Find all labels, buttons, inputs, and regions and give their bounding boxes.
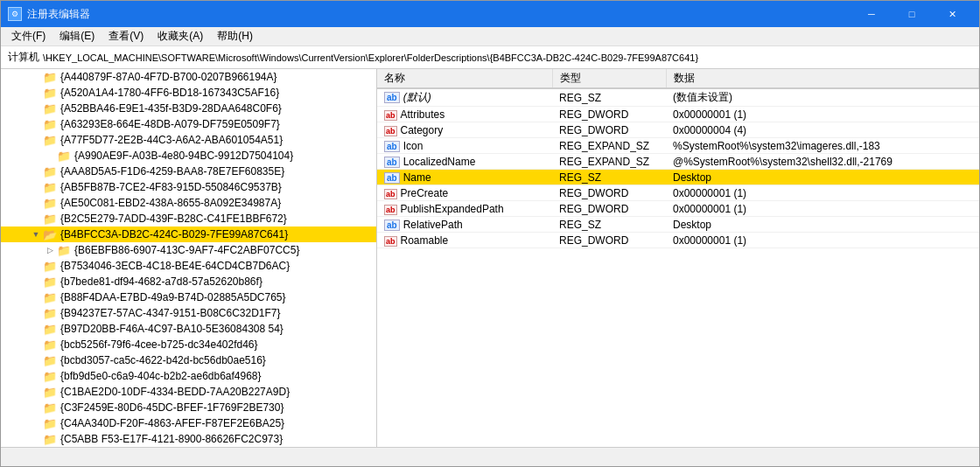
expand-btn-item8[interactable] [29, 180, 43, 194]
expand-btn-item4[interactable] [29, 117, 43, 131]
close-button[interactable]: ✕ [932, 1, 972, 27]
tree-item-label-item7: {AAA8D5A5-F1D6-4259-BAA8-78E7EF60835E} [60, 165, 284, 178]
menu-file[interactable]: 文件(F) [4, 27, 52, 45]
expand-btn-item13[interactable] [29, 259, 43, 273]
col-data[interactable]: 数据 [666, 69, 979, 88]
expand-btn-item12[interactable]: ▷ [43, 243, 57, 257]
tree-item-label-item6: {A990AE9F-A03B-4e80-94BC-9912D7504104} [74, 150, 293, 162]
tree-item-item9[interactable]: 📁{AE50C081-EBD2-438A-8655-8A092E34987A} [1, 195, 376, 211]
tree-item-label-item2: {A520A1A4-1780-4FF6-BD18-167343C5AF16} [60, 87, 279, 99]
reg-row-0[interactable]: ab(默认)REG_SZ(数值未设置) [377, 88, 979, 107]
tree-item-item3[interactable]: 📁{A52BBA46-E9E1-435f-B3D9-28DAA648C0F6} [1, 101, 376, 116]
folder-icon-item1: 📁 [43, 71, 57, 84]
maximize-button[interactable]: □ [892, 1, 932, 27]
tree-item-item22[interactable]: 📁{C3F2459E-80D6-45DC-BFEF-1F769F2BE730} [1, 400, 376, 415]
reg-data-9: 0x00000001 (1) [666, 233, 979, 248]
expand-btn-item1[interactable] [29, 70, 43, 84]
tree-item-item20[interactable]: 📁{bfb9d5e0-c6a9-404c-b2b2-ae6db6af4968} [1, 368, 376, 384]
reg-name-6: abPreCreate [377, 185, 552, 201]
col-name[interactable]: 名称 [377, 69, 552, 88]
expand-btn-item22[interactable] [29, 401, 43, 415]
tree-item-label-item19: {bcbd3057-ca5c-4622-b42d-bc56db0ae516} [60, 354, 266, 366]
reg-name-0: ab(默认) [377, 88, 552, 107]
menu-edit[interactable]: 编辑(E) [52, 27, 102, 45]
reg-data-8: Desktop [666, 217, 979, 233]
tree-item-item2[interactable]: 📁{A520A1A4-1780-4FF6-BD18-167343C5AF16} [1, 85, 376, 101]
expand-btn-item18[interactable] [29, 338, 43, 352]
expand-btn-item14[interactable] [29, 275, 43, 289]
reg-row-5[interactable]: abNameREG_SZDesktop [377, 170, 979, 185]
expand-btn-item5[interactable] [29, 133, 43, 147]
tree-item-item10[interactable]: 📁{B2C5E279-7ADD-439F-B28C-C41FE1BBF672} [1, 211, 376, 227]
reg-row-8[interactable]: abRelativePathREG_SZDesktop [377, 217, 979, 233]
tree-item-item15[interactable]: 📁{B88F4DAA-E7BD-49a9-B74D-02885A5DC765} [1, 289, 376, 305]
registry-tree[interactable]: 📁{A440879F-87A0-4F7D-B700-0207B966194A}📁… [1, 69, 377, 447]
expand-btn-item17[interactable] [29, 322, 43, 336]
folder-icon-item6: 📁 [57, 150, 71, 163]
folder-icon-item13: 📁 [43, 260, 57, 273]
tree-item-item16[interactable]: 📁{B94237E7-57AC-4347-9151-B08C6C32D1F7} [1, 305, 376, 321]
tree-item-item19[interactable]: 📁{bcbd3057-ca5c-4622-b42d-bc56db0ae516} [1, 352, 376, 368]
tree-item-label-item9: {AE50C081-EBD2-438A-8655-8A092E34987A} [60, 197, 281, 209]
registry-editor-window: ⚙ 注册表编辑器 ─ □ ✕ 文件(F) 编辑(E) 查看(V) 收藏夹(A) … [0, 0, 980, 467]
tree-item-item23[interactable]: 📁{C4AA340D-F20F-4863-AFEF-F87EF2E6BA25} [1, 415, 376, 431]
expand-btn-item21[interactable] [29, 385, 43, 399]
expand-btn-item2[interactable] [29, 86, 43, 100]
expand-btn-item24[interactable] [29, 432, 43, 446]
tree-item-item13[interactable]: 📁{B7534046-3ECB-4C18-BE4E-64CD4CB7D6AC} [1, 258, 376, 274]
folder-icon-item10: 📁 [43, 213, 57, 226]
tree-item-item11[interactable]: ▼📂{B4BFCC3A-DB2C-424C-B029-7FE99A87C641} [1, 227, 376, 242]
reg-name-4: abLocalizedName [377, 154, 552, 170]
reg-row-2[interactable]: abCategoryREG_DWORD0x00000004 (4) [377, 122, 979, 138]
folder-icon-item5: 📁 [43, 134, 57, 147]
expand-btn-item15[interactable] [29, 290, 43, 304]
address-path[interactable]: \HKEY_LOCAL_MACHINE\SOFTWARE\Microsoft\W… [43, 52, 698, 63]
expand-btn-item23[interactable] [29, 416, 43, 430]
tree-item-item1[interactable]: 📁{A440879F-87A0-4F7D-B700-0207B966194A} [1, 69, 376, 85]
tree-item-item12[interactable]: ▷📁{B6EBFB86-6907-413C-9AF7-4FC2ABF07CC5} [1, 242, 376, 258]
tree-item-label-item21: {C1BAE2D0-10DF-4334-BEDD-7AA20B227A9D} [60, 386, 290, 398]
minimize-button[interactable]: ─ [851, 1, 892, 27]
reg-row-9[interactable]: abRoamableREG_DWORD0x00000001 (1) [377, 233, 979, 248]
tree-item-item7[interactable]: 📁{AAA8D5A5-F1D6-4259-BAA8-78E7EF60835E} [1, 164, 376, 179]
expand-btn-item20[interactable] [29, 369, 43, 383]
menu-help[interactable]: 帮助(H) [210, 27, 260, 45]
expand-btn-item11[interactable]: ▼ [29, 227, 43, 241]
tree-item-label-item13: {B7534046-3ECB-4C18-BE4E-64CD4CB7D6AC} [60, 260, 290, 272]
folder-icon-item20: 📁 [43, 370, 57, 383]
expand-btn-item7[interactable] [29, 164, 43, 178]
tree-item-label-item14: {b7bede81-df94-4682-a7d8-57a52620b86f} [60, 275, 262, 288]
col-type[interactable]: 类型 [552, 69, 666, 88]
expand-btn-item10[interactable] [29, 212, 43, 226]
tree-item-item14[interactable]: 📁{b7bede81-df94-4682-a7d8-57a52620b86f} [1, 274, 376, 289]
expand-btn-item3[interactable] [29, 101, 43, 115]
expand-btn-item19[interactable] [29, 353, 43, 367]
tree-item-item4[interactable]: 📁{A63293E8-664E-48DB-A079-DF759E0509F7} [1, 116, 376, 132]
registry-values-panel: 名称 类型 数据 ab(默认)REG_SZ(数值未设置)abAttributes… [377, 69, 979, 447]
reg-name-2: abCategory [377, 122, 552, 138]
reg-row-3[interactable]: abIconREG_EXPAND_SZ%SystemRoot%\system32… [377, 138, 979, 154]
folder-icon-item2: 📁 [43, 87, 57, 100]
reg-row-4[interactable]: abLocalizedNameREG_EXPAND_SZ@%SystemRoot… [377, 154, 979, 170]
expand-btn-item9[interactable] [29, 196, 43, 210]
tree-item-label-item17: {B97D20BB-F46A-4C97-BA10-5E36084308 54} [60, 323, 284, 335]
reg-name-1: abAttributes [377, 107, 552, 122]
expand-btn-item16[interactable] [29, 306, 43, 320]
tree-item-label-item8: {AB5FB87B-7CE2-4F83-915D-550846C9537B} [60, 181, 282, 193]
tree-item-item6[interactable]: 📁{A990AE9F-A03B-4e80-94BC-9912D7504104} [1, 148, 376, 164]
tree-item-item17[interactable]: 📁{B97D20BB-F46A-4C97-BA10-5E36084308 54} [1, 321, 376, 337]
tree-item-item8[interactable]: 📁{AB5FB87B-7CE2-4F83-915D-550846C9537B} [1, 179, 376, 195]
reg-name-8: abRelativePath [377, 217, 552, 233]
tree-item-label-item10: {B2C5E279-7ADD-439F-B28C-C41FE1BBF672} [60, 213, 287, 225]
reg-row-7[interactable]: abPublishExpandedPathREG_DWORD0x00000001… [377, 201, 979, 217]
tree-item-item21[interactable]: 📁{C1BAE2D0-10DF-4334-BEDD-7AA20B227A9D} [1, 384, 376, 400]
tree-item-item24[interactable]: 📁{C5ABB F53-E17F-4121-8900-86626FC2C973} [1, 431, 376, 447]
reg-row-6[interactable]: abPreCreateREG_DWORD0x00000001 (1) [377, 185, 979, 201]
tree-item-label-item4: {A63293E8-664E-48DB-A079-DF759E0509F7} [60, 118, 280, 130]
reg-row-1[interactable]: abAttributesREG_DWORD0x00000001 (1) [377, 107, 979, 122]
tree-item-item5[interactable]: 📁{A77F5D77-2E2B-44C3-A6A2-ABA601054A51} [1, 132, 376, 148]
menu-view[interactable]: 查看(V) [102, 27, 150, 45]
menu-favorites[interactable]: 收藏夹(A) [150, 27, 210, 45]
tree-item-item18[interactable]: 📁{bcb5256f-79f6-4cee-b725-dc34e402fd46} [1, 337, 376, 352]
expand-btn-item6[interactable] [43, 149, 57, 163]
